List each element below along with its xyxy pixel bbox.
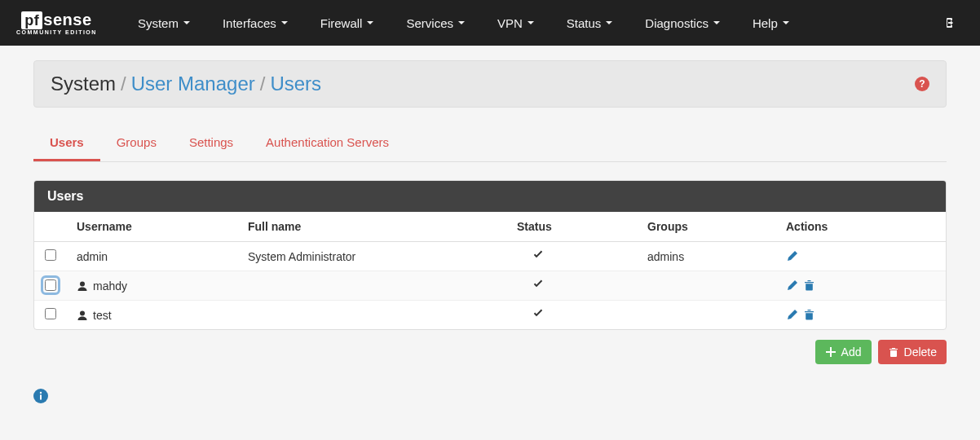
tab-auth-servers[interactable]: Authentication Servers bbox=[249, 125, 405, 161]
logo-text: sense bbox=[43, 11, 91, 29]
chevron-down-icon bbox=[783, 21, 789, 24]
nav-vpn[interactable]: VPN bbox=[481, 8, 550, 38]
edit-button[interactable] bbox=[786, 279, 798, 292]
nav-links: System Interfaces Firewall Services VPN … bbox=[121, 8, 934, 38]
breadcrumb: System / User Manager / Users ? bbox=[33, 60, 947, 108]
svg-rect-1 bbox=[807, 285, 808, 289]
edit-button[interactable] bbox=[786, 309, 798, 321]
tab-groups[interactable]: Groups bbox=[100, 125, 173, 161]
check-icon bbox=[517, 307, 545, 320]
col-groups: Groups bbox=[638, 212, 776, 242]
col-status: Status bbox=[507, 212, 638, 242]
logo-box: pf bbox=[21, 11, 42, 29]
delete-button[interactable]: Delete bbox=[878, 340, 947, 364]
panel-title: Users bbox=[34, 181, 946, 212]
svg-rect-4 bbox=[807, 315, 808, 319]
svg-rect-5 bbox=[810, 315, 811, 319]
table-row: adminSystem Administratoradmins bbox=[34, 242, 946, 271]
trash-icon bbox=[888, 346, 899, 358]
top-navbar: pfsense COMMUNITY EDITION System Interfa… bbox=[0, 0, 980, 46]
logout-button[interactable] bbox=[934, 8, 964, 37]
action-buttons: Add Delete bbox=[33, 340, 947, 364]
groups-text bbox=[638, 271, 776, 301]
users-table: Username Full name Status Groups Actions… bbox=[34, 212, 946, 329]
status-cell bbox=[507, 301, 638, 330]
col-username: Username bbox=[67, 212, 238, 242]
fullname-text bbox=[238, 301, 507, 330]
chevron-down-icon bbox=[183, 21, 190, 24]
logo[interactable]: pfsense COMMUNITY EDITION bbox=[16, 11, 97, 35]
col-actions: Actions bbox=[776, 212, 946, 242]
fullname-text: System Administrator bbox=[238, 242, 507, 271]
svg-rect-9 bbox=[894, 352, 895, 356]
add-button[interactable]: Add bbox=[815, 340, 872, 364]
username-text: mahdy bbox=[93, 279, 127, 293]
logo-subtitle: COMMUNITY EDITION bbox=[16, 29, 97, 35]
nav-interfaces[interactable]: Interfaces bbox=[206, 8, 304, 38]
breadcrumb-user-manager[interactable]: User Manager bbox=[131, 73, 255, 95]
svg-rect-7 bbox=[826, 351, 836, 353]
svg-rect-2 bbox=[810, 285, 811, 289]
tab-settings[interactable]: Settings bbox=[173, 125, 249, 161]
add-button-label: Add bbox=[841, 345, 862, 359]
nav-diagnostics[interactable]: Diagnostics bbox=[629, 8, 736, 38]
chevron-down-icon bbox=[458, 21, 465, 24]
user-icon bbox=[77, 280, 88, 292]
info-icon[interactable] bbox=[33, 389, 48, 403]
row-delete-button[interactable] bbox=[803, 309, 815, 321]
users-panel: Users Username Full name Status Groups A… bbox=[33, 180, 947, 330]
nav-help[interactable]: Help bbox=[736, 8, 806, 38]
chevron-down-icon bbox=[606, 21, 612, 24]
tabs: Users Groups Settings Authentication Ser… bbox=[33, 125, 947, 162]
tab-users[interactable]: Users bbox=[33, 125, 100, 161]
table-row: test bbox=[34, 301, 946, 330]
edit-button[interactable] bbox=[786, 250, 798, 262]
username-text: admin bbox=[77, 250, 108, 263]
delete-button-label: Delete bbox=[904, 345, 937, 359]
row-delete-button[interactable] bbox=[803, 279, 815, 292]
row-checkbox[interactable] bbox=[45, 308, 56, 319]
check-icon bbox=[517, 249, 545, 262]
nav-system[interactable]: System bbox=[121, 8, 206, 38]
table-row: mahdy bbox=[34, 271, 946, 301]
chevron-down-icon bbox=[713, 21, 720, 24]
status-cell bbox=[507, 242, 638, 271]
col-fullname: Full name bbox=[238, 212, 507, 242]
nav-status[interactable]: Status bbox=[550, 8, 629, 38]
breadcrumb-root: System bbox=[51, 73, 116, 95]
plus-icon bbox=[825, 346, 837, 358]
check-icon bbox=[517, 278, 545, 291]
chevron-down-icon bbox=[528, 21, 534, 24]
groups-text bbox=[638, 301, 776, 330]
nav-services[interactable]: Services bbox=[390, 8, 481, 38]
username-text: test bbox=[93, 309, 112, 322]
logout-icon bbox=[942, 16, 956, 29]
fullname-text bbox=[238, 271, 507, 301]
row-checkbox[interactable] bbox=[45, 249, 56, 261]
svg-rect-8 bbox=[892, 352, 893, 356]
nav-firewall[interactable]: Firewall bbox=[304, 8, 391, 38]
svg-rect-11 bbox=[40, 395, 42, 400]
groups-text: admins bbox=[638, 242, 776, 271]
svg-point-3 bbox=[80, 310, 85, 315]
status-cell bbox=[507, 271, 638, 301]
svg-point-12 bbox=[40, 392, 42, 394]
help-icon[interactable]: ? bbox=[915, 77, 929, 91]
chevron-down-icon bbox=[367, 21, 373, 24]
breadcrumb-users[interactable]: Users bbox=[270, 73, 321, 95]
svg-point-0 bbox=[80, 281, 85, 286]
row-checkbox[interactable] bbox=[45, 279, 56, 291]
user-icon bbox=[77, 310, 88, 321]
chevron-down-icon bbox=[281, 21, 288, 24]
